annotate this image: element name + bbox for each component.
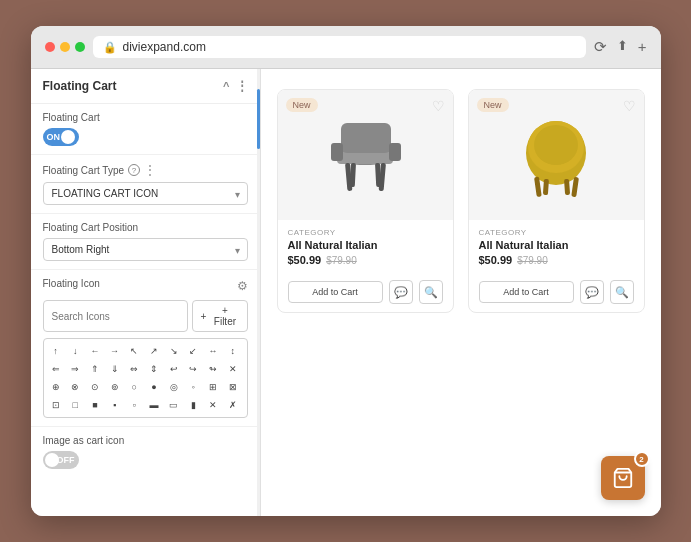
icon-cell[interactable]: ■: [87, 397, 103, 413]
search-icon-1[interactable]: 🔍: [419, 280, 443, 304]
floating-cart-button[interactable]: 2: [601, 456, 645, 500]
icon-cell[interactable]: ↓: [67, 343, 83, 359]
icon-cell[interactable]: ⊕: [48, 379, 64, 395]
browser-window: 🔒 diviexpand.com ⟳ ⬆ + Floating Cart ^ ⋮…: [31, 26, 661, 516]
panel-header-actions: ^ ⋮: [223, 79, 247, 93]
image-toggle-label: OFF: [57, 455, 75, 465]
position-select[interactable]: Bottom Right Bottom Left Top Right Top L…: [43, 238, 248, 261]
icon-cell[interactable]: ↩: [166, 361, 182, 377]
floating-cart-label: Floating Cart: [43, 112, 248, 123]
svg-point-11: [534, 125, 578, 165]
dot-close[interactable]: [45, 42, 55, 52]
icon-cell[interactable]: ↘: [166, 343, 182, 359]
icon-cell[interactable]: →: [107, 343, 123, 359]
svg-rect-8: [375, 163, 381, 187]
icon-cell[interactable]: ⊚: [107, 379, 123, 395]
browser-actions: ⟳ ⬆ +: [594, 38, 647, 56]
icon-cell[interactable]: ▫: [126, 397, 142, 413]
icon-cell[interactable]: ●: [146, 379, 162, 395]
price-row-2: $50.99 $79.90: [479, 254, 634, 266]
address-bar[interactable]: 🔒 diviexpand.com: [93, 36, 586, 58]
icon-cell[interactable]: ✕: [225, 361, 241, 377]
add-to-cart-1[interactable]: Add to Cart: [288, 281, 383, 303]
icon-cell[interactable]: ▮: [185, 397, 201, 413]
category-2: CATEGORY: [479, 228, 634, 237]
dot-minimize[interactable]: [60, 42, 70, 52]
more-icon[interactable]: ⋮: [236, 79, 248, 93]
icon-cell[interactable]: ⇒: [67, 361, 83, 377]
icon-cell[interactable]: ◎: [166, 379, 182, 395]
position-select-wrapper: Bottom Right Bottom Left Top Right Top L…: [43, 238, 248, 261]
icon-cell[interactable]: ⇐: [48, 361, 64, 377]
filter-button[interactable]: + + Filter: [192, 300, 248, 332]
icon-cell[interactable]: ◦: [185, 379, 201, 395]
icon-cell[interactable]: ↙: [185, 343, 201, 359]
icon-cell[interactable]: ▬: [146, 397, 162, 413]
search-icons-input[interactable]: [43, 300, 188, 332]
icon-cell[interactable]: ↪: [185, 361, 201, 377]
icon-cell[interactable]: ↬: [205, 361, 221, 377]
card-info-1: CATEGORY All Natural Italian $50.99 $79.…: [278, 220, 453, 280]
floating-cart-type-section: Floating Cart Type ? ⋮ FLOATING CART ICO…: [31, 155, 260, 214]
image-cart-toggle[interactable]: OFF: [43, 451, 79, 469]
icon-cell[interactable]: ▭: [166, 397, 182, 413]
help-icon[interactable]: ?: [128, 164, 140, 176]
icon-cell[interactable]: ←: [87, 343, 103, 359]
floating-icon-section: Floating Icon ⚙ + + Filter ↑ ↓ ← → ↖: [31, 270, 260, 426]
icon-cell[interactable]: ⇔: [126, 361, 142, 377]
search-icon-2[interactable]: 🔍: [610, 280, 634, 304]
icon-cell[interactable]: ✗: [225, 397, 241, 413]
share-button[interactable]: ⬆: [617, 38, 628, 56]
panel-header: Floating Cart ^ ⋮: [31, 69, 260, 104]
icon-cell[interactable]: ⇕: [146, 361, 162, 377]
icon-cell[interactable]: ⇑: [87, 361, 103, 377]
icon-cell[interactable]: ⇓: [107, 361, 123, 377]
filter-label: + Filter: [211, 305, 238, 327]
floating-cart-toggle[interactable]: ON: [43, 128, 79, 146]
floating-icon-label: Floating Icon: [43, 278, 100, 289]
browser-chrome: 🔒 diviexpand.com ⟳ ⬆ +: [31, 26, 661, 69]
toggle-on-label: ON: [47, 132, 61, 142]
icon-cell[interactable]: ⊡: [48, 397, 64, 413]
dot-maximize[interactable]: [75, 42, 85, 52]
icon-cell[interactable]: ⊞: [205, 379, 221, 395]
add-to-cart-2[interactable]: Add to Cart: [479, 281, 574, 303]
product-image-2: New ♡: [469, 90, 644, 220]
icon-cell[interactable]: ↗: [146, 343, 162, 359]
icon-cell[interactable]: ⊙: [87, 379, 103, 395]
heart-icon-1[interactable]: ♡: [432, 98, 445, 114]
card-actions-2: Add to Cart 💬 🔍: [469, 280, 644, 312]
icon-cell[interactable]: ⊠: [225, 379, 241, 395]
cart-type-kebab[interactable]: ⋮: [144, 163, 156, 177]
icon-cell[interactable]: □: [67, 397, 83, 413]
panel-scrollbar: [257, 69, 260, 516]
card-info-2: CATEGORY All Natural Italian $50.99 $79.…: [469, 220, 644, 280]
icon-cell[interactable]: ▪: [107, 397, 123, 413]
chat-icon-2[interactable]: 💬: [580, 280, 604, 304]
site-content: New ♡: [261, 69, 661, 516]
price-old-2: $79.90: [517, 255, 548, 266]
icon-cell[interactable]: ↔: [205, 343, 221, 359]
heart-icon-2[interactable]: ♡: [623, 98, 636, 114]
product-image-1: New ♡: [278, 90, 453, 220]
add-tab-button[interactable]: +: [638, 38, 647, 56]
icon-cell[interactable]: ○: [126, 379, 142, 395]
icon-cell[interactable]: ⊗: [67, 379, 83, 395]
svg-rect-3: [331, 143, 343, 161]
toggle-row: ON: [43, 128, 248, 146]
image-cart-section: Image as cart icon OFF: [31, 426, 260, 477]
icon-cell[interactable]: ↕: [225, 343, 241, 359]
product-grid: New ♡: [261, 69, 661, 333]
cart-type-select[interactable]: FLOATING CART ICON: [43, 182, 248, 205]
chat-icon-1[interactable]: 💬: [389, 280, 413, 304]
icon-cell[interactable]: ✕: [205, 397, 221, 413]
cart-type-label: Floating Cart Type: [43, 165, 125, 176]
icon-cell[interactable]: ↑: [48, 343, 64, 359]
card-actions-1: Add to Cart 💬 🔍: [278, 280, 453, 312]
icon-cell[interactable]: ↖: [126, 343, 142, 359]
floating-icon-extra: ⚙: [237, 279, 248, 293]
reload-button[interactable]: ⟳: [594, 38, 607, 56]
collapse-icon[interactable]: ^: [223, 80, 229, 92]
floating-cart-section: Floating Cart ON: [31, 104, 260, 155]
cart-type-label-row: Floating Cart Type ? ⋮: [43, 163, 248, 177]
